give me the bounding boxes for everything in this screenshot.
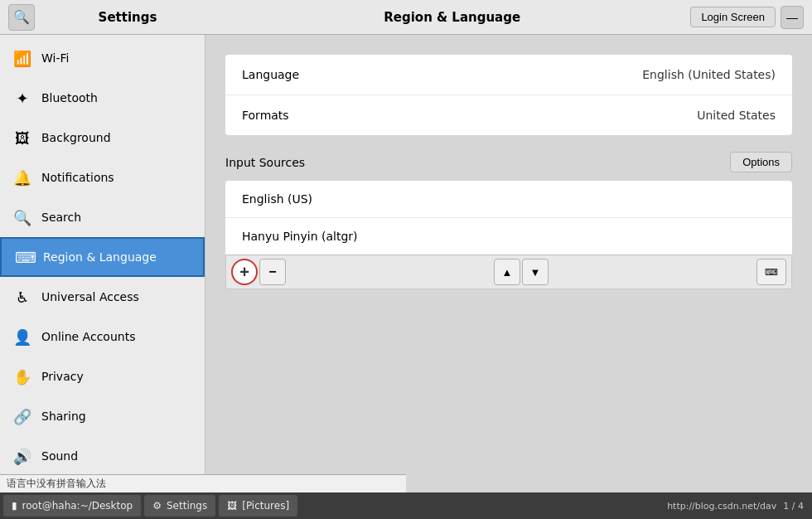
taskbar: ▮ root@haha:~/Desktop ⚙ Settings 🖼 [Pict… <box>0 492 812 519</box>
titlebar: 🔍 Settings Region & Language Login Scree… <box>0 0 812 35</box>
page-title: Region & Language <box>384 10 520 25</box>
taskbar-right: http://blog.csdn.net/dav 1 / 4 <box>667 501 809 512</box>
pictures-label: [Pictures] <box>242 500 289 512</box>
sidebar-item-privacy[interactable]: ✋ Privacy <box>0 357 205 396</box>
content-area: Language English (United States) Formats… <box>205 35 812 492</box>
taskbar-settings[interactable]: ⚙ Settings <box>144 495 215 517</box>
pictures-icon: 🖼 <box>227 500 237 512</box>
bottom-url: http://blog.csdn.net/dav <box>667 501 776 512</box>
input-sources-title: Input Sources <box>225 156 305 169</box>
sidebar-item-notifications[interactable]: 🔔 Notifications <box>0 158 205 197</box>
input-sources-header: Input Sources Options <box>225 152 792 172</box>
input-source-label: Hanyu Pinyin (altgr) <box>242 230 358 243</box>
sidebar-item-label: Online Accounts <box>41 330 135 343</box>
titlebar-center: Region & Language <box>214 10 690 25</box>
wifi-icon: 📶 <box>13 50 31 67</box>
sidebar-item-label: Region & Language <box>43 250 157 264</box>
bottom-counter: 1 / 4 <box>783 501 804 512</box>
input-source-pinyin[interactable]: Hanyu Pinyin (altgr) <box>225 218 792 255</box>
region-icon: ⌨ <box>15 249 33 266</box>
titlebar-settings-label: Settings <box>41 10 214 25</box>
sidebar-item-background[interactable]: 🖼 Background <box>0 118 205 158</box>
background-icon: 🖼 <box>13 129 31 147</box>
settings-taskbar-label: Settings <box>167 500 207 512</box>
sidebar-item-label: Privacy <box>41 370 84 383</box>
move-down-button[interactable]: ▼ <box>522 259 549 285</box>
sound-icon: 🔊 <box>13 448 31 465</box>
taskbar-pictures[interactable]: 🖼 [Pictures] <box>219 495 297 517</box>
keyboard-preview-button[interactable]: ⌨ <box>756 259 786 285</box>
login-screen-button[interactable]: Login Screen <box>690 7 776 27</box>
sidebar-item-region[interactable]: ⌨ Region & Language <box>0 237 205 277</box>
sidebar-item-wifi[interactable]: 📶 Wi-Fi <box>0 38 205 78</box>
input-source-english[interactable]: English (US) <box>225 181 792 218</box>
input-method-label: 语言中没有拼音输入法 <box>7 477 106 491</box>
sidebar-item-label: Sound <box>41 449 78 463</box>
sidebar-item-label: Bluetooth <box>41 91 98 104</box>
sidebar-item-universal-access[interactable]: ♿ Universal Access <box>0 277 205 317</box>
sharing-icon: 🔗 <box>13 408 31 425</box>
sidebar-item-label: Background <box>41 131 111 144</box>
search-icon: 🔍 <box>13 9 30 25</box>
notifications-icon: 🔔 <box>13 169 31 187</box>
sidebar: 📶 Wi-Fi ✦ Bluetooth 🖼 Background 🔔 Notif… <box>0 35 205 492</box>
terminal-label: root@haha:~/Desktop <box>22 500 133 512</box>
sidebar-item-label: Sharing <box>41 410 86 423</box>
sidebar-item-bluetooth[interactable]: ✦ Bluetooth <box>0 78 205 118</box>
sidebar-item-online-accounts[interactable]: 👤 Online Accounts <box>0 317 205 357</box>
add-input-source-button[interactable]: + <box>231 259 258 285</box>
keyboard-icon: ⌨ <box>765 267 778 278</box>
remove-input-source-button[interactable]: − <box>259 259 286 285</box>
sidebar-item-label: Universal Access <box>41 290 139 303</box>
main-layout: 📶 Wi-Fi ✦ Bluetooth 🖼 Background 🔔 Notif… <box>0 35 812 492</box>
sidebar-item-label: Search <box>41 211 81 224</box>
taskbar-terminal[interactable]: ▮ root@haha:~/Desktop <box>3 495 141 517</box>
language-row[interactable]: Language English (United States) <box>225 55 792 95</box>
language-value: English (United States) <box>642 68 776 81</box>
input-source-label: English (US) <box>242 192 312 206</box>
input-sources-list: English (US) Hanyu Pinyin (altgr) <box>225 181 792 255</box>
sidebar-item-search[interactable]: 🔍 Search <box>0 197 205 237</box>
titlebar-search-button[interactable]: 🔍 <box>8 4 35 31</box>
universal-access-icon: ♿ <box>13 289 31 306</box>
formats-row[interactable]: Formats United States <box>225 95 792 135</box>
input-sources-toolbar: + − ▲ ▼ ⌨ <box>225 255 792 289</box>
sidebar-item-sound[interactable]: 🔊 Sound <box>0 436 205 476</box>
minimize-button[interactable]: — <box>781 6 804 29</box>
search-sidebar-icon: 🔍 <box>13 209 31 226</box>
privacy-icon: ✋ <box>13 368 31 386</box>
titlebar-left: 🔍 Settings <box>8 4 214 31</box>
online-accounts-icon: 👤 <box>13 328 31 346</box>
formats-label: Formats <box>242 109 289 122</box>
sidebar-item-label: Notifications <box>41 171 114 184</box>
bluetooth-icon: ✦ <box>13 90 31 107</box>
options-button[interactable]: Options <box>730 152 792 172</box>
sidebar-item-sharing[interactable]: 🔗 Sharing <box>0 396 205 436</box>
sidebar-item-label: Wi-Fi <box>41 51 69 65</box>
formats-value: United States <box>697 109 776 122</box>
input-method-strip: 语言中没有拼音输入法 <box>0 474 406 492</box>
move-up-button[interactable]: ▲ <box>494 259 520 285</box>
titlebar-right: Login Screen — <box>690 6 804 29</box>
language-card: Language English (United States) Formats… <box>225 55 792 135</box>
settings-taskbar-icon: ⚙ <box>152 500 162 512</box>
language-label: Language <box>242 68 299 81</box>
terminal-icon: ▮ <box>12 500 17 512</box>
